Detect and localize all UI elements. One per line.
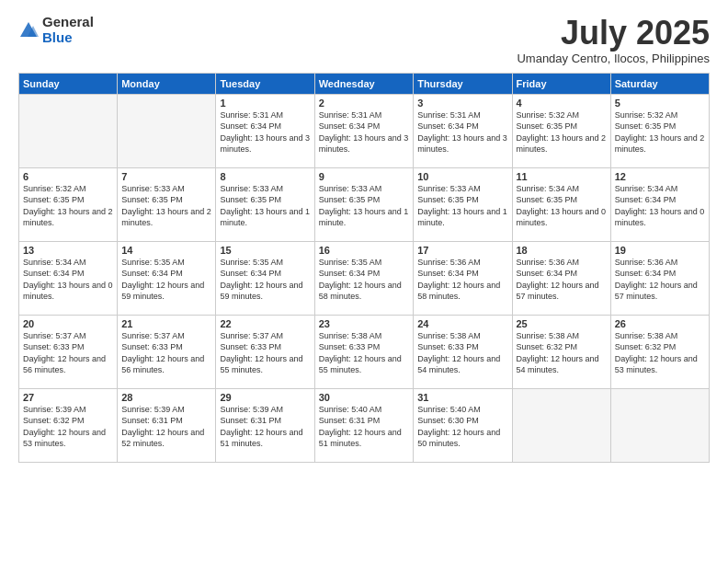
day-number: 4 — [517, 98, 607, 109]
calendar-cell: 9Sunrise: 5:33 AM Sunset: 6:35 PM Daylig… — [314, 167, 413, 241]
calendar-cell — [610, 388, 709, 462]
calendar-table: SundayMondayTuesdayWednesdayThursdayFrid… — [18, 73, 710, 463]
month-title: July 2025 — [517, 15, 710, 52]
day-number: 5 — [615, 98, 705, 109]
day-info: Sunrise: 5:36 AM Sunset: 6:34 PM Dayligh… — [517, 257, 607, 303]
calendar-week-row: 1Sunrise: 5:31 AM Sunset: 6:34 PM Daylig… — [19, 94, 710, 167]
day-number: 22 — [220, 318, 310, 329]
day-number: 13 — [23, 245, 113, 256]
day-info: Sunrise: 5:33 AM Sunset: 6:35 PM Dayligh… — [121, 183, 211, 229]
day-info: Sunrise: 5:35 AM Sunset: 6:34 PM Dayligh… — [121, 257, 211, 303]
day-number: 21 — [121, 318, 211, 329]
day-number: 23 — [319, 318, 409, 329]
day-number: 18 — [517, 245, 607, 256]
calendar-cell: 1Sunrise: 5:31 AM Sunset: 6:34 PM Daylig… — [216, 94, 314, 167]
calendar-cell: 5Sunrise: 5:32 AM Sunset: 6:35 PM Daylig… — [610, 94, 709, 167]
day-info: Sunrise: 5:31 AM Sunset: 6:34 PM Dayligh… — [319, 109, 409, 155]
calendar-cell: 7Sunrise: 5:33 AM Sunset: 6:35 PM Daylig… — [118, 167, 216, 241]
day-number: 26 — [615, 318, 705, 329]
day-info: Sunrise: 5:38 AM Sunset: 6:33 PM Dayligh… — [319, 330, 409, 376]
calendar-cell: 28Sunrise: 5:39 AM Sunset: 6:31 PM Dayli… — [118, 388, 216, 462]
calendar-cell: 27Sunrise: 5:39 AM Sunset: 6:32 PM Dayli… — [19, 388, 118, 462]
day-info: Sunrise: 5:38 AM Sunset: 6:32 PM Dayligh… — [517, 330, 607, 376]
day-number: 12 — [615, 171, 705, 182]
calendar-week-row: 20Sunrise: 5:37 AM Sunset: 6:33 PM Dayli… — [19, 315, 710, 388]
day-info: Sunrise: 5:32 AM Sunset: 6:35 PM Dayligh… — [517, 109, 607, 155]
calendar-cell: 31Sunrise: 5:40 AM Sunset: 6:30 PM Dayli… — [414, 388, 512, 462]
day-info: Sunrise: 5:34 AM Sunset: 6:34 PM Dayligh… — [615, 183, 705, 229]
calendar-header-monday: Monday — [118, 73, 216, 94]
calendar-cell: 19Sunrise: 5:36 AM Sunset: 6:34 PM Dayli… — [610, 241, 709, 315]
day-number: 9 — [319, 171, 409, 182]
calendar-cell: 26Sunrise: 5:38 AM Sunset: 6:32 PM Dayli… — [610, 315, 709, 388]
calendar-cell: 30Sunrise: 5:40 AM Sunset: 6:31 PM Dayli… — [314, 388, 413, 462]
day-number: 11 — [517, 171, 607, 182]
calendar-cell: 10Sunrise: 5:33 AM Sunset: 6:35 PM Dayli… — [414, 167, 512, 241]
calendar-cell: 18Sunrise: 5:36 AM Sunset: 6:34 PM Dayli… — [512, 241, 610, 315]
day-info: Sunrise: 5:37 AM Sunset: 6:33 PM Dayligh… — [23, 330, 113, 376]
calendar-header-row: SundayMondayTuesdayWednesdayThursdayFrid… — [19, 73, 710, 94]
day-info: Sunrise: 5:36 AM Sunset: 6:34 PM Dayligh… — [615, 257, 705, 303]
day-info: Sunrise: 5:33 AM Sunset: 6:35 PM Dayligh… — [220, 183, 310, 229]
calendar-cell: 3Sunrise: 5:31 AM Sunset: 6:34 PM Daylig… — [414, 94, 512, 167]
calendar-week-row: 27Sunrise: 5:39 AM Sunset: 6:32 PM Dayli… — [19, 388, 710, 462]
day-info: Sunrise: 5:31 AM Sunset: 6:34 PM Dayligh… — [220, 109, 310, 155]
day-info: Sunrise: 5:37 AM Sunset: 6:33 PM Dayligh… — [121, 330, 211, 376]
day-number: 3 — [417, 98, 507, 109]
calendar-header-wednesday: Wednesday — [314, 73, 413, 94]
calendar-header-thursday: Thursday — [414, 73, 512, 94]
day-number: 24 — [417, 318, 507, 329]
title-block: July 2025 Umanday Centro, Ilocos, Philip… — [517, 15, 710, 65]
calendar-cell: 22Sunrise: 5:37 AM Sunset: 6:33 PM Dayli… — [216, 315, 314, 388]
day-number: 20 — [23, 318, 113, 329]
calendar-cell: 2Sunrise: 5:31 AM Sunset: 6:34 PM Daylig… — [314, 94, 413, 167]
logo-text: General Blue — [42, 15, 94, 45]
day-info: Sunrise: 5:35 AM Sunset: 6:34 PM Dayligh… — [319, 257, 409, 303]
day-number: 25 — [517, 318, 607, 329]
logo: General Blue — [18, 15, 94, 45]
calendar-cell: 6Sunrise: 5:32 AM Sunset: 6:35 PM Daylig… — [19, 167, 118, 241]
day-number: 2 — [319, 98, 409, 109]
logo-general: General — [42, 15, 94, 30]
day-number: 7 — [121, 171, 211, 182]
calendar-header-tuesday: Tuesday — [216, 73, 314, 94]
day-info: Sunrise: 5:40 AM Sunset: 6:30 PM Dayligh… — [417, 404, 507, 450]
day-info: Sunrise: 5:38 AM Sunset: 6:32 PM Dayligh… — [615, 330, 705, 376]
logo-blue: Blue — [42, 30, 94, 46]
day-number: 15 — [220, 245, 310, 256]
day-info: Sunrise: 5:39 AM Sunset: 6:32 PM Dayligh… — [23, 404, 113, 450]
calendar-cell: 15Sunrise: 5:35 AM Sunset: 6:34 PM Dayli… — [216, 241, 314, 315]
calendar-cell: 11Sunrise: 5:34 AM Sunset: 6:35 PM Dayli… — [512, 167, 610, 241]
day-number: 27 — [23, 392, 113, 403]
calendar-cell: 17Sunrise: 5:36 AM Sunset: 6:34 PM Dayli… — [414, 241, 512, 315]
day-number: 30 — [319, 392, 409, 403]
calendar-cell: 13Sunrise: 5:34 AM Sunset: 6:34 PM Dayli… — [19, 241, 118, 315]
day-number: 14 — [121, 245, 211, 256]
calendar-cell: 12Sunrise: 5:34 AM Sunset: 6:34 PM Dayli… — [610, 167, 709, 241]
day-info: Sunrise: 5:32 AM Sunset: 6:35 PM Dayligh… — [615, 109, 705, 155]
calendar-header-saturday: Saturday — [610, 73, 709, 94]
day-info: Sunrise: 5:33 AM Sunset: 6:35 PM Dayligh… — [417, 183, 507, 229]
day-number: 17 — [417, 245, 507, 256]
day-number: 6 — [23, 171, 113, 182]
day-info: Sunrise: 5:38 AM Sunset: 6:33 PM Dayligh… — [417, 330, 507, 376]
day-number: 31 — [417, 392, 507, 403]
calendar-cell: 16Sunrise: 5:35 AM Sunset: 6:34 PM Dayli… — [314, 241, 413, 315]
calendar-cell: 14Sunrise: 5:35 AM Sunset: 6:34 PM Dayli… — [118, 241, 216, 315]
calendar-cell: 25Sunrise: 5:38 AM Sunset: 6:32 PM Dayli… — [512, 315, 610, 388]
day-number: 16 — [319, 245, 409, 256]
calendar-cell: 20Sunrise: 5:37 AM Sunset: 6:33 PM Dayli… — [19, 315, 118, 388]
day-info: Sunrise: 5:40 AM Sunset: 6:31 PM Dayligh… — [319, 404, 409, 450]
day-number: 10 — [417, 171, 507, 182]
day-number: 19 — [615, 245, 705, 256]
calendar-cell: 21Sunrise: 5:37 AM Sunset: 6:33 PM Dayli… — [118, 315, 216, 388]
day-number: 8 — [220, 171, 310, 182]
day-info: Sunrise: 5:39 AM Sunset: 6:31 PM Dayligh… — [220, 404, 310, 450]
day-info: Sunrise: 5:33 AM Sunset: 6:35 PM Dayligh… — [319, 183, 409, 229]
calendar-header-friday: Friday — [512, 73, 610, 94]
day-info: Sunrise: 5:35 AM Sunset: 6:34 PM Dayligh… — [220, 257, 310, 303]
day-info: Sunrise: 5:31 AM Sunset: 6:34 PM Dayligh… — [417, 109, 507, 155]
day-info: Sunrise: 5:37 AM Sunset: 6:33 PM Dayligh… — [220, 330, 310, 376]
day-info: Sunrise: 5:39 AM Sunset: 6:31 PM Dayligh… — [121, 404, 211, 450]
calendar-cell — [118, 94, 216, 167]
